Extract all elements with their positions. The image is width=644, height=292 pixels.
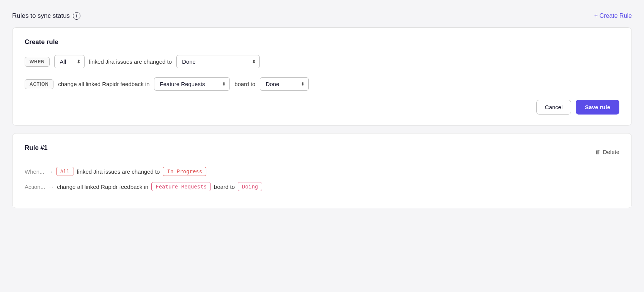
cancel-button[interactable]: Cancel [536, 100, 572, 115]
create-rule-title: Create rule [25, 38, 619, 46]
save-rule-button[interactable]: Save rule [576, 100, 619, 115]
action-status-select[interactable]: Done In Progress Doing To Do [260, 77, 309, 91]
board-to-text: board to [234, 81, 255, 87]
when-middle-text: linked Jira issues are changed to [89, 58, 172, 65]
when-badge: WHEN [25, 57, 50, 67]
board-select[interactable]: Feature Requests Bug Reports General [154, 77, 230, 91]
action-board-to-text: board to [214, 184, 235, 190]
when-all-select[interactable]: All Any [54, 55, 85, 68]
action-board-tag: Feature Requests [151, 182, 211, 191]
action-rule-line: Action... → change all linked Rapidr fee… [25, 182, 619, 191]
create-rule-link[interactable]: + Create Rule [594, 13, 632, 19]
delete-label: Delete [603, 149, 619, 155]
action-status-tag: Doing [238, 182, 262, 191]
when-row: WHEN All Any ⬍ linked Jira issues are ch… [25, 55, 619, 68]
when-arrow: → [47, 168, 53, 175]
action-status-select-wrapper: Done In Progress Doing To Do ⬍ [260, 77, 309, 91]
jira-status-select[interactable]: Done In Progress To Do Doing [176, 55, 260, 68]
info-icon: i [73, 12, 80, 20]
page-title-row: Rules to sync status i [12, 12, 80, 20]
action-label: Action... [25, 184, 45, 190]
when-all-tag: All [56, 167, 74, 176]
delete-button[interactable]: 🗑 Delete [595, 149, 619, 155]
action-rule-middle-text: change all linked Rapidr feedback in [57, 184, 148, 190]
rule1-card: Rule #1 🗑 Delete When... → All linked Ji… [12, 133, 632, 208]
when-status-tag: In Progress [163, 167, 206, 176]
create-rule-card: Create rule WHEN All Any ⬍ linked Jira i… [12, 27, 632, 126]
action-text: change all linked Rapidr feedback in [58, 81, 149, 87]
page-title: Rules to sync status [12, 12, 70, 20]
board-select-wrapper: Feature Requests Bug Reports General ⬍ [154, 77, 230, 91]
rule-delete-row: Rule #1 🗑 Delete [25, 144, 619, 159]
action-badge: ACTION [25, 79, 53, 89]
trash-icon: 🗑 [595, 149, 601, 155]
when-rule-middle-text: linked Jira issues are changed to [77, 168, 160, 175]
page-header: Rules to sync status i + Create Rule [12, 12, 632, 20]
action-row: ACTION change all linked Rapidr feedback… [25, 77, 619, 91]
when-rule-line: When... → All linked Jira issues are cha… [25, 167, 619, 176]
when-select-wrapper: All Any ⬍ [54, 55, 85, 68]
when-label: When... [25, 168, 44, 175]
action-arrow: → [48, 184, 54, 190]
button-row: Cancel Save rule [25, 100, 619, 115]
rule1-title: Rule #1 [25, 144, 47, 152]
jira-status-select-wrapper: Done In Progress To Do Doing ⬍ [176, 55, 260, 68]
